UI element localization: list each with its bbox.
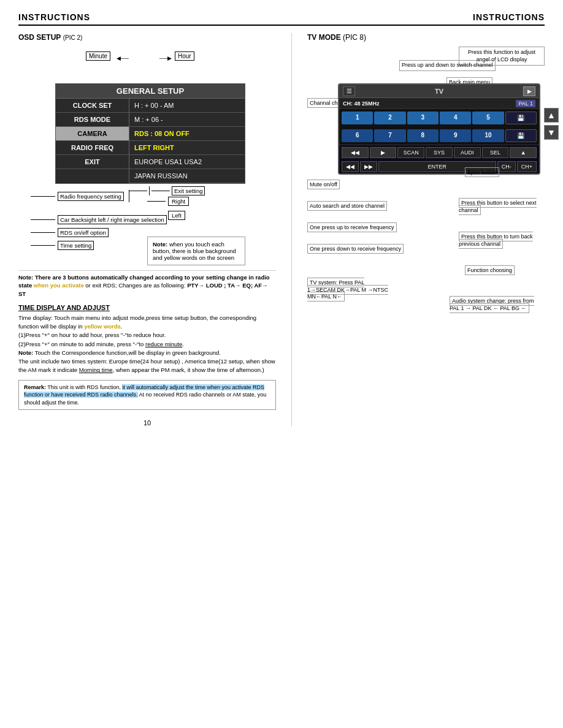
menu-camera[interactable]: CAMERA xyxy=(56,127,129,141)
osd-title: OSD SETUP (PIC 2) xyxy=(18,33,276,42)
tv-btn-1[interactable]: 1 xyxy=(342,112,373,124)
tv-btn-4[interactable]: 4 xyxy=(440,112,471,124)
hour-arrow-right: ──▶ xyxy=(159,55,172,61)
channel-display: CH: 48 25MHz xyxy=(343,100,380,107)
tv-top-right-btn[interactable]: ▶ xyxy=(523,86,535,96)
tv-menu-icon[interactable]: ☰ xyxy=(343,86,355,96)
japan-value: JAPAN RUSSIAN xyxy=(129,169,245,183)
clock-value: H : + 00 - AM xyxy=(129,99,245,113)
tv-scan[interactable]: SCAN xyxy=(397,147,424,158)
minute-label: Minute xyxy=(86,51,110,61)
tv-btn-8[interactable]: 8 xyxy=(407,129,439,142)
camera-label: Car Backsight left / right image selecti… xyxy=(58,215,167,224)
setup-area: GENERAL SETUP CLOCK SET RDS MODE CAMERA … xyxy=(55,83,276,184)
menu-clock-set[interactable]: CLOCK SET xyxy=(56,99,129,113)
tv-rewind[interactable]: ◀◀ xyxy=(342,147,369,158)
setup-box: GENERAL SETUP CLOCK SET RDS MODE CAMERA … xyxy=(55,83,245,184)
tv-scroll-down[interactable]: ▼ xyxy=(544,125,559,140)
tv-controls: ◀◀ ▶ SCAN SYS AUDI SEL ▲ xyxy=(339,145,539,160)
tv-grid-row1: 1 2 3 4 5 💾 xyxy=(339,109,539,127)
tv-screen-container: ☰ TV ▶ CH: 48 25MHz PAL 1 1 2 xyxy=(338,83,540,175)
eject-annotation: Eject button xyxy=(465,169,545,176)
rds-value: RDS : 08 ON OFF xyxy=(129,127,245,141)
time-section-text: Time display: Touch main menu into adjus… xyxy=(18,314,276,375)
tv-screen: ☰ TV ▶ CH: 48 25MHz PAL 1 1 2 xyxy=(338,83,540,175)
right-label: Right xyxy=(168,197,189,206)
tv-up-down-btns: ▲ ▼ xyxy=(544,108,559,140)
tv-channel-bar: CH: 48 25MHz PAL 1 xyxy=(339,98,539,109)
time-setting-label: Time setting xyxy=(58,241,94,250)
setup-values: H : + 00 - AM M : + 06 - RDS : 08 ON OFF… xyxy=(129,99,245,183)
tv-btn-3[interactable]: 3 xyxy=(407,112,439,124)
one-press-up-annotation: One press up to receive frequency xyxy=(307,224,397,232)
left-section-title: INSTRUCTIONS xyxy=(18,12,90,22)
minute-value: M : + 06 - xyxy=(129,113,245,127)
rds-option-label: RDS on/eff option xyxy=(58,228,109,237)
tv-up[interactable]: ▲ xyxy=(510,147,537,158)
tv-grid-row2: 6 7 8 9 10 💾 xyxy=(339,127,539,145)
tv-label: TV xyxy=(355,88,523,95)
tv-top-bar: ☰ TV ▶ xyxy=(339,85,539,98)
note-box: Note: when you touch each button, there … xyxy=(147,237,245,265)
time-section-heading: TIME DISPLAY AND ADJUST xyxy=(18,304,276,311)
tv-title: TV MODE (PIC 8) xyxy=(307,33,545,42)
select-next-annotation: Press this button to select next channal xyxy=(459,200,545,214)
menu-radio-freq[interactable]: RADIO FREQ xyxy=(56,141,129,155)
tv-sys[interactable]: SYS xyxy=(426,147,453,158)
left-label: Left xyxy=(168,211,185,220)
left-column: OSD SETUP (PIC 2) Minute ◀── ──▶ Hour GE… xyxy=(18,33,276,427)
tv-btn-2[interactable]: 2 xyxy=(374,112,405,124)
page-number: 10 xyxy=(18,419,276,427)
menu-rds-mode[interactable]: RDS MODE xyxy=(56,113,129,127)
remark-box: Remark: This unit is with RDS function, … xyxy=(18,380,276,411)
camera-value: LEFT RIGHT xyxy=(129,141,245,155)
right-column: TV MODE (PIC 8) Press this function to a… xyxy=(307,33,545,427)
setup-box-title: GENERAL SETUP xyxy=(56,84,245,99)
page: INSTRUCTIONS INSTRUCTIONS OSD SETUP (PIC… xyxy=(0,0,563,728)
one-press-down-annotation: One press down to receive frequency xyxy=(307,246,404,253)
hour-label: Hour xyxy=(175,51,194,61)
tv-btn-save1[interactable]: 💾 xyxy=(505,112,537,124)
auto-search-annotation: Auto search and store channel xyxy=(307,203,387,210)
tv-audi[interactable]: AUDI xyxy=(454,147,481,158)
turn-back-annotation: Press this button to turn back previous … xyxy=(459,233,545,248)
europe-value: EUROPE USA1 USA2 xyxy=(129,155,245,169)
menu-exit[interactable]: EXIT xyxy=(56,155,129,169)
function-choosing-annotation: Function choosing xyxy=(465,267,545,275)
tv-sel[interactable]: SEL xyxy=(482,147,509,158)
setup-menu: CLOCK SET RDS MODE CAMERA RADIO FREQ EXI… xyxy=(56,99,129,183)
tv-btn-5[interactable]: 5 xyxy=(472,112,504,124)
mute-annotation: Mute on/off xyxy=(307,181,340,189)
tv-scroll-up[interactable]: ▲ xyxy=(544,108,559,123)
tv-nav-rewind[interactable]: ◀◀ xyxy=(342,161,359,172)
column-divider xyxy=(291,33,292,427)
pal-label: PAL 1 xyxy=(516,100,535,107)
tv-btn-6[interactable]: 6 xyxy=(342,129,373,142)
minute-arrow-left: ◀── xyxy=(117,55,129,61)
tv-play[interactable]: ▶ xyxy=(370,147,397,158)
tv-nav-ff[interactable]: ▶▶ xyxy=(360,161,377,172)
tv-system-annotation: TV system: Press PAL 1→SECAM DK→PAL M →N… xyxy=(307,279,393,301)
tv-btn-save2[interactable]: 💾 xyxy=(505,129,537,142)
right-section-title: INSTRUCTIONS xyxy=(473,12,545,22)
note-label: Note: xyxy=(153,241,167,248)
tv-btn-9[interactable]: 9 xyxy=(440,129,471,142)
main-note-yellow: when you activate xyxy=(34,282,84,289)
audio-system-annotation: Audio system change: press from PAL 1 → … xyxy=(450,298,545,312)
press-up-down-annotation: Press up and down to switch channel xyxy=(399,60,496,71)
tv-btn-7[interactable]: 7 xyxy=(374,129,405,142)
tv-btn-10[interactable]: 10 xyxy=(472,129,504,142)
radio-freq-label: Radio frequency setting xyxy=(58,192,124,201)
